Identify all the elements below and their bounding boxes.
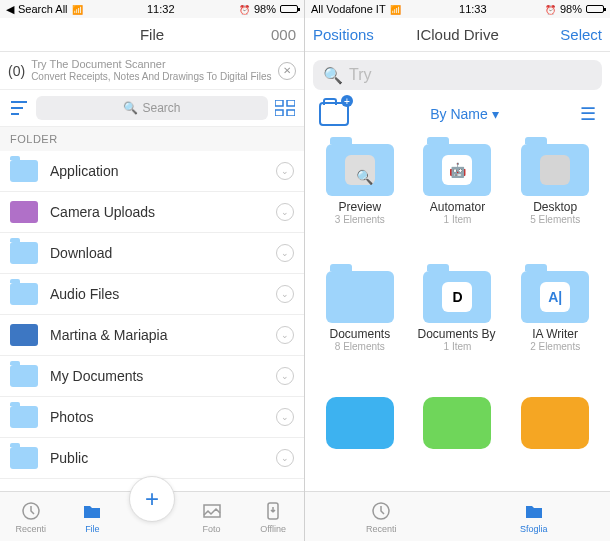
grid-item[interactable]: 🔍Preview3 Elements [313, 144, 407, 257]
folder-label: Audio Files [50, 286, 264, 302]
banner-badge: (0) [8, 63, 25, 79]
tab-label: Recenti [16, 524, 47, 534]
grid-item[interactable]: A|IA Writer2 Elements [508, 271, 602, 384]
battery-icon [586, 5, 604, 13]
item-name: Automator [430, 200, 485, 214]
grid-view-icon[interactable] [274, 97, 296, 119]
folder-row[interactable]: Download⌄ [0, 233, 304, 274]
status-bar: ◀ Search All 11:32 98% [0, 0, 304, 18]
folder-row[interactable]: Public⌄ [0, 438, 304, 479]
new-folder-button[interactable] [319, 102, 349, 126]
folder-icon [10, 365, 38, 387]
item-name: Preview [338, 200, 381, 214]
chevron-down-icon[interactable]: ⌄ [276, 449, 294, 467]
recenti-icon [370, 500, 392, 522]
folder-row[interactable]: Martina & Mariapia⌄ [0, 315, 304, 356]
folder-row[interactable]: Application⌄ [0, 151, 304, 192]
right-pane: All Vodafone IT 11:33 98% Positions IClo… [305, 0, 610, 541]
item-meta: 2 Elements [530, 341, 580, 352]
chevron-down-icon[interactable]: ⌄ [276, 244, 294, 262]
search-icon: 🔍 [123, 101, 138, 115]
tab-recenti[interactable]: Recenti [356, 500, 406, 534]
app-icon [326, 397, 394, 449]
battery-label: 98% [254, 3, 276, 15]
folder-label: Download [50, 245, 264, 261]
search-input[interactable]: 🔍 Search [36, 96, 268, 120]
folder-label: Application [50, 163, 264, 179]
clock: 11:32 [83, 3, 239, 15]
tab-label: Foto [203, 524, 221, 534]
chevron-down-icon[interactable]: ⌄ [276, 326, 294, 344]
grid-item[interactable]: Documents8 Elements [313, 271, 407, 384]
tab-sfoglia[interactable]: Sfoglia [509, 500, 559, 534]
search-input[interactable]: 🔍 Try [313, 60, 602, 90]
folder-row[interactable]: Audio Files⌄ [0, 274, 304, 315]
folder-icon [10, 160, 38, 182]
folder-icon [10, 406, 38, 428]
chevron-down-icon[interactable]: ⌄ [276, 408, 294, 426]
chevron-down-icon[interactable]: ⌄ [276, 162, 294, 180]
folder-label: Martina & Mariapia [50, 327, 264, 343]
folder-row[interactable]: My Documents⌄ [0, 356, 304, 397]
chevron-down-icon[interactable]: ⌄ [276, 367, 294, 385]
search-icon: 🔍 [323, 66, 343, 85]
folder-icon [10, 447, 38, 469]
carrier-label: All Vodafone IT [311, 3, 386, 15]
wifi-icon [72, 3, 83, 15]
svg-rect-0 [275, 100, 283, 106]
grid-item[interactable]: Desktop5 Elements [508, 144, 602, 257]
item-meta: 1 Item [444, 341, 472, 352]
wifi-icon [390, 3, 401, 15]
nav-title: File [78, 26, 226, 43]
folder-label: Camera Uploads [50, 204, 264, 220]
battery-label: 98% [560, 3, 582, 15]
banner-text: Try The Document Scanner Convert Receipt… [31, 58, 272, 83]
grid-toolbar: By Name ▾ ☰ [305, 98, 610, 134]
item-name: Documents [329, 327, 390, 341]
tab-label: Sfoglia [520, 524, 548, 534]
folder-icon [326, 271, 394, 323]
item-name: IA Writer [532, 327, 578, 341]
sort-button[interactable]: By Name ▾ [430, 106, 499, 122]
search-placeholder: Search [142, 101, 180, 115]
grid-item[interactable]: DDocuments By Readdle1 Item [411, 271, 505, 384]
tab-offline[interactable]: Offline [248, 500, 298, 534]
tab-recenti[interactable]: Recenti [6, 500, 56, 534]
nav-right[interactable]: 000 [226, 26, 296, 43]
nav-back[interactable]: Positions [313, 26, 383, 43]
list-view-icon[interactable]: ☰ [580, 103, 596, 125]
carrier-label: Search All [18, 3, 68, 15]
foto-icon [201, 500, 223, 522]
tab-label: Recenti [366, 524, 397, 534]
tab-file[interactable]: File [67, 500, 117, 534]
tab-label: Offline [260, 524, 286, 534]
alarm-icon [545, 3, 556, 15]
sort-icon[interactable] [8, 97, 30, 119]
item-meta: 8 Elements [335, 341, 385, 352]
grid-item[interactable]: 🤖Automator1 Item [411, 144, 505, 257]
tab-bar: RecentiSfoglia [305, 491, 610, 541]
svg-rect-3 [287, 110, 295, 116]
grid-item[interactable] [313, 397, 407, 481]
grid-item[interactable] [508, 397, 602, 481]
folder-row[interactable]: Photos⌄ [0, 397, 304, 438]
nav-title: ICloud Drive [383, 26, 532, 43]
folder-row[interactable]: Camera Uploads⌄ [0, 192, 304, 233]
add-button[interactable]: + [129, 476, 175, 522]
promo-banner[interactable]: (0) Try The Document Scanner Convert Rec… [0, 52, 304, 90]
item-name: Desktop [533, 200, 577, 214]
close-icon[interactable]: ✕ [278, 62, 296, 80]
chevron-down-icon[interactable]: ⌄ [276, 285, 294, 303]
nav-select[interactable]: Select [532, 26, 602, 43]
chevron-down-icon[interactable]: ⌄ [276, 203, 294, 221]
search-value: Try [349, 66, 372, 84]
svg-rect-1 [287, 100, 295, 106]
nav-bar: Positions ICloud Drive Select [305, 18, 610, 52]
grid-item[interactable] [411, 397, 505, 481]
folder-grid: 🔍Preview3 Elements🤖Automator1 ItemDeskto… [305, 134, 610, 491]
battery-icon [280, 5, 298, 13]
folder-icon [10, 242, 38, 264]
left-pane: ◀ Search All 11:32 98% File 000 (0) Try … [0, 0, 305, 541]
tab-foto[interactable]: Foto [187, 500, 237, 534]
banner-subtitle: Convert Receipts, Notes And Drawings To … [31, 71, 272, 83]
